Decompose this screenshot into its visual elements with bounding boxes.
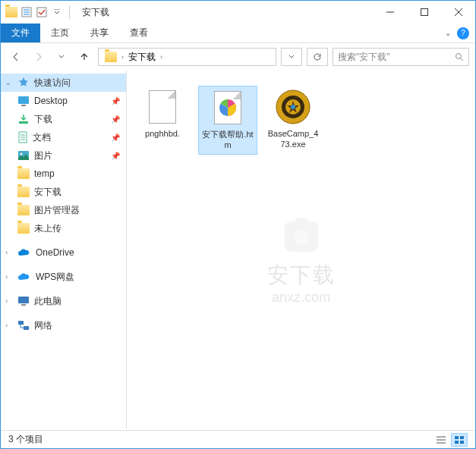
pictures-icon [17,150,30,161]
star-icon [17,77,30,89]
window-title: 安下载 [82,6,109,19]
sidebar-item-label: 快速访问 [34,77,71,89]
downloads-icon [17,114,30,124]
chevron-right-icon[interactable]: › [5,273,13,281]
watermark-url: anxz.com [267,290,336,306]
folder-icon [17,168,30,179]
close-button[interactable] [441,1,475,24]
icons-view-button[interactable] [451,433,468,447]
search-input[interactable]: 搜索"安下载" [333,48,469,66]
folder-icon [102,52,120,62]
pin-icon: 📌 [111,115,120,124]
properties-icon[interactable] [20,6,33,18]
file-list[interactable]: pnghhbd. 安下载帮助.htm BaseCamp_473.exe 安下载 … [127,71,475,429]
tab-view[interactable]: 查看 [119,24,159,42]
htm-file-icon [210,89,246,126]
nav-bar: › 安下载 › 搜索"安下载" [1,43,475,71]
up-button[interactable] [75,48,93,66]
window-controls [373,1,475,24]
svg-rect-24 [460,441,464,444]
titlebar: 安下载 [1,1,475,24]
svg-rect-5 [21,105,26,106]
sidebar-item-label: 未上传 [34,222,61,235]
sidebar-item-documents[interactable]: 文档 📌 [1,128,126,146]
sidebar-item-anxz[interactable]: 安下载 [1,183,126,201]
generic-file-icon [144,89,181,125]
svg-point-3 [456,54,462,59]
sidebar-item-picmgr[interactable]: 图片管理器 [1,201,126,219]
chevron-down-icon[interactable]: ⌄ [5,79,13,86]
sidebar-item-thispc[interactable]: › 此电脑 [1,292,126,310]
sidebar-item-downloads[interactable]: 下载 📌 [1,110,126,128]
sidebar-item-label: 图片 [34,149,52,162]
sidebar-item-label: 图片管理器 [34,204,80,217]
chevron-right-icon[interactable]: › [5,249,13,256]
chevron-right-icon[interactable]: › [159,53,164,61]
item-count: 3 个项目 [8,433,43,446]
forward-button[interactable] [30,48,48,66]
sidebar-item-label: 安下载 [34,186,61,199]
quick-access-toolbar: 安下载 [1,5,109,19]
breadcrumb[interactable]: › 安下载 › [98,48,276,66]
sidebar-item-onedrive[interactable]: › OneDrive [1,243,126,262]
sidebar-item-label: temp [34,168,55,179]
recent-dropdown-icon[interactable] [52,48,71,66]
search-placeholder: 搜索"安下载" [338,51,390,64]
file-item-pnghhbd[interactable]: pnghhbd. [133,86,192,142]
documents-icon [17,131,28,143]
watermark-text: 安下载 [267,261,336,290]
wps-icon [17,272,31,281]
chevron-right-icon[interactable]: › [5,297,13,305]
sidebar-item-temp[interactable]: temp [1,165,126,183]
sidebar-item-notuploaded[interactable]: 未上传 [1,219,126,237]
sidebar-item-label: 此电脑 [34,295,61,308]
view-switcher [433,433,468,447]
folder-icon [5,6,17,18]
main-area: ⌄ 快速访问 Desktop 📌 下载 📌 文档 📌 图片 📌 temp 安下载… [1,71,475,429]
back-button[interactable] [7,48,25,66]
sidebar-item-wps[interactable]: › WPS网盘 [1,268,126,286]
tab-file[interactable]: 文件 [1,24,40,42]
separator [69,5,70,19]
file-item-htm[interactable]: 安下载帮助.htm [198,86,257,155]
chevron-right-icon[interactable]: › [5,322,13,329]
file-item-exe[interactable]: BaseCamp_473.exe [263,86,323,153]
chevron-right-icon[interactable]: › [120,53,125,61]
exe-file-icon [275,89,311,125]
pin-icon: 📌 [111,97,120,105]
details-view-button[interactable] [433,433,449,447]
sidebar-item-label: OneDrive [36,247,74,258]
svg-rect-21 [455,436,459,439]
sidebar-item-network[interactable]: › 网络 [1,316,126,334]
qat-dropdown-icon[interactable] [51,6,63,18]
svg-rect-19 [285,221,318,252]
maximize-button[interactable] [407,1,441,24]
file-label: 安下载帮助.htm [202,129,254,151]
pin-icon: 📌 [111,152,120,160]
sidebar-item-desktop[interactable]: Desktop 📌 [1,92,126,110]
svg-point-18 [291,105,295,109]
folder-icon [17,187,30,197]
sidebar-item-pictures[interactable]: 图片 📌 [1,146,126,165]
onedrive-icon [17,248,31,257]
svg-rect-1 [37,8,46,17]
file-label: pnghhbd. [145,128,180,139]
breadcrumb-current[interactable]: 安下载 [125,51,159,64]
pin-icon: 📌 [111,133,120,142]
history-dropdown[interactable] [281,48,302,66]
ribbon-tabs: 文件 主页 共享 查看 ⌄ ? [1,24,475,43]
sidebar-item-label: 文档 [33,131,51,144]
checkmark-icon[interactable] [36,6,48,18]
sidebar-item-label: 网络 [34,319,52,332]
tab-home[interactable]: 主页 [40,24,80,42]
folder-icon [17,223,30,234]
ribbon-expand-icon[interactable]: ⌄ [445,29,451,37]
svg-rect-4 [18,96,29,104]
help-icon[interactable]: ? [457,27,469,39]
refresh-button[interactable] [307,48,328,66]
sidebar-quick-access[interactable]: ⌄ 快速访问 [1,74,126,92]
navigation-pane: ⌄ 快速访问 Desktop 📌 下载 📌 文档 📌 图片 📌 temp 安下载… [1,71,127,429]
tab-share[interactable]: 共享 [80,24,119,42]
search-icon [455,52,464,61]
minimize-button[interactable] [373,1,407,24]
